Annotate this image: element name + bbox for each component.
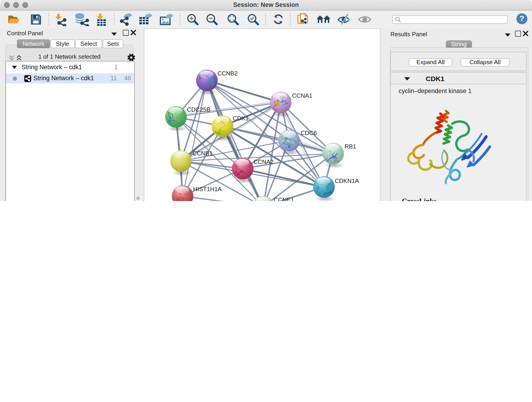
svg-text:CCNA1: CCNA1: [292, 92, 312, 99]
svg-text:CDKN1A: CDKN1A: [335, 177, 359, 184]
svg-text:RB1: RB1: [345, 143, 356, 150]
svg-text:CCNB1: CCNB1: [192, 150, 213, 157]
svg-text:CDC6: CDC6: [301, 129, 317, 136]
svg-text:CDK1: CDK1: [233, 115, 249, 122]
svg-text:HIST1H1A: HIST1H1A: [193, 186, 222, 192]
svg-text:CDC25B: CDC25B: [187, 106, 210, 113]
svg-text:CCNE1: CCNE1: [274, 196, 294, 201]
svg-text:CCNA2: CCNA2: [253, 158, 273, 165]
svg-text:CCNB2: CCNB2: [217, 70, 238, 77]
